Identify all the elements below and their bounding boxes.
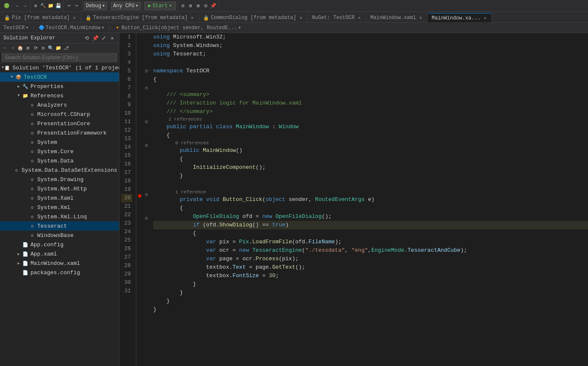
tree-ref-system-core[interactable]: ⚙ System.Core [0,147,119,156]
tab-tesseract-engine[interactable]: 🔒 TesseractEngine [from metadata] ✕ [81,13,199,22]
misc-icon5[interactable]: 📌 [210,3,217,9]
code-line-22: var pix = Pix.LoadFromFile(ofd.FileName)… [153,238,588,246]
tree-ref-analyzers[interactable]: ⚙ Analyzers [0,100,119,110]
line-num-14: 14 [121,143,133,151]
solution-label: Solution 'TestOCR' (1 of 1 project) [12,65,119,71]
se-refresh-icon[interactable]: ⟳ [32,44,39,51]
se-nav-forward-icon[interactable]: → [9,44,16,51]
collapse-5-icon[interactable]: ⊟ [145,69,148,74]
properties-label: Properties [30,83,63,90]
debug-dropdown[interactable]: Debug ▾ [84,2,107,10]
gear-icon[interactable]: ⚙ [32,3,39,9]
tree-references[interactable]: ▼ 📁 References [0,91,119,100]
tree-mainwindow-xaml[interactable]: ▶ 📄 MainWindow.xaml [0,259,119,268]
tree-ref-system[interactable]: ⚙ System [0,138,119,147]
tab-common-dialog[interactable]: 🔒 CommonDialog [from metadata] ✕ [199,13,308,22]
redo-icon[interactable]: ↪ [73,3,80,9]
collapse-17-icon[interactable]: ⊟ [145,192,148,197]
tree-ref-system-xaml[interactable]: ⚙ System.Xaml [0,193,119,203]
tree-ref-system-data-dataset[interactable]: ⚙ System.Data.DataSetExtensions [0,165,119,175]
line-num-27: 27 [121,253,133,261]
tree-packages-config[interactable]: 📄 packages.config [0,268,119,277]
tab-close-common[interactable]: ✕ [299,15,303,21]
misc-icon2[interactable]: ⊞ [187,3,194,9]
lock-icon: 🔒 [4,15,10,21]
se-filter-icon[interactable]: 🔍 [47,44,54,51]
collapse-10-icon[interactable]: ⊟ [145,119,148,124]
tree-ref-system-data[interactable]: ⚙ System.Data [0,156,119,165]
tree-properties[interactable]: ▶ 🔧 Properties [0,82,119,91]
tree-ref-presentation-core[interactable]: ⚙ PresentationCore [0,119,119,128]
breadcrumb-method[interactable]: 🔸 Button_Click(object sender, RoutedE...… [113,24,243,31]
tab-mainwindow-xaml[interactable]: MainWindow.xaml ✕ [366,13,428,22]
breadcrumb-class[interactable]: 🔷 TestOCR.MainWindow ▾ [37,24,106,31]
se-folder-icon[interactable]: 📁 [55,44,62,51]
start-button[interactable]: ▶ Start ▾ [144,2,176,10]
tab-mainwindow-cs[interactable]: MainWindow.xa... ✕ [428,13,492,22]
tree-ref-microsoft-csharp[interactable]: ⚙ Microsoft.CSharp [0,110,119,119]
tab-close-pix[interactable]: ✕ [72,15,77,21]
se-sync-icon[interactable]: ⟲ [83,35,90,41]
tree-ref-system-xml-linq[interactable]: ⚙ System.Xml.Linq [0,212,119,221]
tree-ref-system-net-http[interactable]: ⚙ System.Net.Http [0,184,119,193]
solution-icon: 📋 [4,64,11,71]
tree-ref-windows-base[interactable]: ⚙ WindowsBase [0,231,119,240]
line-num-13: 13 [121,135,133,143]
code-area[interactable]: 1 2 3 4 5 6 7 8 9 10 11 12 13 14 15 16 1… [119,33,588,366]
collapse-20-icon[interactable]: ⊟ [145,216,148,221]
ref-presentation-framework-icon: ⚙ [29,129,36,136]
misc-icon4[interactable]: ⊟ [202,3,209,9]
tree-project[interactable]: ▼ 📦 TestOCR [0,72,119,82]
tree-ref-system-drawing[interactable]: ⚙ System.Drawing [0,175,119,184]
cpu-dropdown[interactable]: Any CPU ▾ [111,2,141,10]
se-home-icon[interactable]: 🏠 [17,44,24,51]
se-props-icon[interactable]: ⊞ [25,44,31,51]
tab-nuget[interactable]: NuGet: TestOCR ✕ [308,13,366,22]
green-circle-icon[interactable]: 🟢 [3,3,10,9]
ref-tesseract-icon: ⚙ [29,223,36,229]
tree-ref-system-xml[interactable]: ⚙ System.Xml [0,203,119,212]
lock-icon3: 🔒 [203,15,209,21]
tab-close-maincs[interactable]: ✕ [483,15,487,21]
tree-ref-tesseract[interactable]: ⚙ Tesseract [0,221,119,231]
tab-close-tesseract[interactable]: ✕ [190,15,194,21]
misc-icon1[interactable]: ⊟ [179,3,186,9]
se-search-input[interactable] [2,53,117,62]
tab-close-nuget[interactable]: ✕ [357,15,362,21]
breakpoint-20[interactable] [138,194,141,198]
se-nav-back-icon[interactable]: ← [2,44,8,51]
tree-ref-presentation-framework[interactable]: ⚙ PresentationFramework [0,128,119,138]
ref-net-http-label: System.Net.Http [37,186,87,192]
se-pin-icon[interactable]: 📌 [92,35,99,41]
tab-bar: 🔒 Pix [from metadata] ✕ 🔒 TesseractEngin… [0,12,588,23]
forward-icon[interactable]: → [22,3,28,9]
tree-solution[interactable]: ▼ 📋 Solution 'TestOCR' (1 of 1 project) [0,63,119,72]
collapse-7-icon[interactable]: ⊟ [145,85,148,91]
collapse-12-icon[interactable]: ⊟ [145,143,148,148]
build-icon[interactable]: 🔨 [40,3,47,9]
tree-app-config[interactable]: 📄 App.config [0,240,119,249]
se-collapse-icon[interactable]: ⊟ [40,44,47,51]
breadcrumb-project[interactable]: TestOCR ▾ [2,24,30,31]
se-close-icon[interactable]: ✕ [109,35,116,41]
line-numbers: 1 2 3 4 5 6 7 8 9 10 11 12 13 14 15 16 1… [119,33,136,366]
gutter [136,33,143,366]
ref-xaml-label: System.Xaml [37,195,74,201]
save-icon[interactable]: 💾 [55,3,62,9]
mainwindow-xaml-icon: 📄 [22,260,29,267]
ref-system-data-label: System.Data [37,158,74,164]
code-line-29: } [153,297,588,305]
code-content[interactable]: using Microsoft.Win32; using System.Wind… [150,33,588,366]
se-tree: ▼ 📋 Solution 'TestOCR' (1 of 1 project) … [0,63,119,366]
se-arrow-icon[interactable]: ⤢ [100,35,107,41]
back-icon[interactable]: ← [14,3,21,9]
misc-icon3[interactable]: ⊠ [195,3,202,9]
tab-close-mainxaml[interactable]: ✕ [419,15,423,21]
se-git-icon[interactable]: ⎇ [63,44,69,51]
line-num-25: 25 [121,236,133,245]
tab-pix[interactable]: 🔒 Pix [from metadata] ✕ [0,13,81,22]
undo-icon[interactable]: ↩ [66,3,72,9]
tree-app-xaml[interactable]: ▶ 📄 App.xaml [0,249,119,259]
line-num-10: 10 [121,109,133,118]
file-icon[interactable]: 📁 [47,3,54,9]
